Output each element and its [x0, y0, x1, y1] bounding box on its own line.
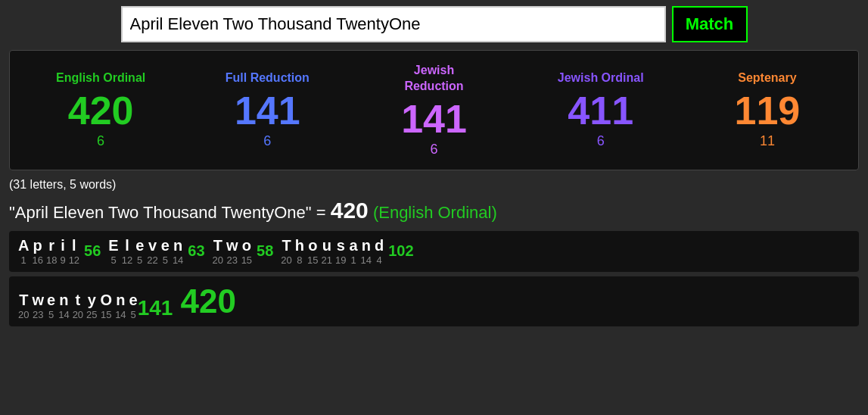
- char-e4: e 5: [129, 292, 138, 320]
- char-w: w 23: [226, 237, 238, 266]
- word-april-sum: 56: [84, 242, 101, 260]
- word-twentyone: T 20 w 23 e 5 n 14 t 20 y 25: [18, 292, 138, 320]
- stat-value-jewish-ordinal: 411: [518, 91, 684, 130]
- breakdown-row2: T 20 w 23 e 5 n 14 t 20 y 25: [9, 276, 859, 326]
- char-i: i 9: [60, 237, 65, 266]
- char-d: d 4: [375, 237, 384, 266]
- word-two: T 20 w 23 o 15: [213, 237, 253, 266]
- breakdown-row2-flex: T 20 w 23 e 5 n 14 t 20 y 25: [18, 282, 850, 320]
- word-eleven-sum: 63: [188, 242, 204, 260]
- char-T2: T 20: [281, 237, 291, 266]
- info-line: (31 letters, 5 words): [9, 178, 859, 192]
- stat-value-jewish-reduction: 141: [350, 99, 517, 139]
- char-y: y 25: [86, 292, 97, 320]
- stat-label-jewish-ordinal: Jewish Ordinal: [518, 70, 684, 86]
- stat-value-english-ordinal: 420: [17, 91, 184, 130]
- word-thousand: T 20 h 8 o 15 u 21 s 19 a 1: [281, 237, 384, 266]
- breakdown-row1: A 1 p 16 r 18 i 9 l 12 56 E: [9, 231, 859, 272]
- char-s: s 19: [335, 237, 346, 266]
- char-a: a 1: [349, 237, 357, 266]
- stat-value-septenary: 119: [684, 91, 851, 130]
- stat-jewish-ordinal: Jewish Ordinal 411 6: [518, 70, 684, 149]
- char-l: l 12: [69, 237, 79, 266]
- match-button[interactable]: Match: [672, 6, 748, 42]
- stat-english-ordinal: English Ordinal 420 6: [17, 70, 184, 149]
- stat-label-septenary: Septenary: [684, 70, 851, 86]
- char-n3: n 14: [58, 292, 69, 320]
- char-n2: n 14: [361, 237, 372, 266]
- char-O: O 15: [101, 292, 113, 320]
- stat-sub-septenary: 11: [684, 133, 851, 149]
- stat-label-english-ordinal: English Ordinal: [17, 70, 184, 86]
- char-h: h 8: [295, 237, 304, 266]
- char-o: o 15: [241, 237, 252, 266]
- char-u: u 21: [322, 237, 332, 266]
- result-line: "April Eleven Two Thousand TwentyOne" = …: [9, 198, 859, 223]
- char-p: p 16: [32, 237, 42, 266]
- char-n4: n 14: [115, 292, 126, 320]
- header-row: Match: [9, 6, 859, 42]
- stat-full-reduction: Full Reduction 141 6: [184, 70, 350, 149]
- stat-label-jewish-reduction: JewishReduction: [350, 63, 517, 95]
- char-v: v 22: [147, 237, 157, 266]
- result-value: 420: [331, 198, 369, 223]
- stat-label-full-reduction: Full Reduction: [184, 70, 350, 86]
- char-e3: e 5: [47, 292, 55, 320]
- stat-sub-english-ordinal: 6: [17, 133, 184, 149]
- breakdown-row1-flex: A 1 p 16 r 18 i 9 l 12 56 E: [18, 237, 850, 266]
- stats-box: English Ordinal 420 6 Full Reduction 141…: [9, 50, 859, 170]
- stat-sub-jewish-ordinal: 6: [518, 133, 684, 149]
- stat-septenary: Septenary 119 11: [684, 70, 851, 149]
- search-input[interactable]: [121, 6, 666, 42]
- char-t2: t 20: [73, 292, 83, 320]
- char-l2: l 12: [122, 237, 132, 266]
- char-r: r 18: [46, 237, 57, 266]
- word-thousand-sum: 102: [388, 242, 413, 260]
- stat-value-full-reduction: 141: [184, 91, 350, 130]
- stat-jewish-reduction: JewishReduction 141 6: [350, 63, 517, 158]
- char-e1: e 5: [135, 237, 144, 266]
- stat-sub-full-reduction: 6: [184, 133, 350, 149]
- grand-total: 420: [180, 282, 235, 320]
- char-A: A 1: [18, 237, 29, 266]
- char-o2: o 15: [307, 237, 318, 266]
- result-method: (English Ordinal): [373, 203, 497, 222]
- char-n: n 14: [173, 237, 183, 266]
- char-E: E 5: [108, 237, 118, 266]
- word-april: A 1 p 16 r 18 i 9 l 12: [18, 237, 79, 266]
- word-twentyone-sum: 141: [138, 296, 173, 320]
- char-w2: w 23: [32, 292, 44, 320]
- word-two-sum: 58: [257, 242, 273, 260]
- word-eleven: E 5 l 12 e 5 v 22 e 5 n 14: [108, 237, 183, 266]
- char-T: T 20: [213, 237, 223, 266]
- char-e2: e 5: [161, 237, 170, 266]
- char-T3: T 20: [18, 292, 29, 320]
- stat-sub-jewish-reduction: 6: [350, 142, 517, 158]
